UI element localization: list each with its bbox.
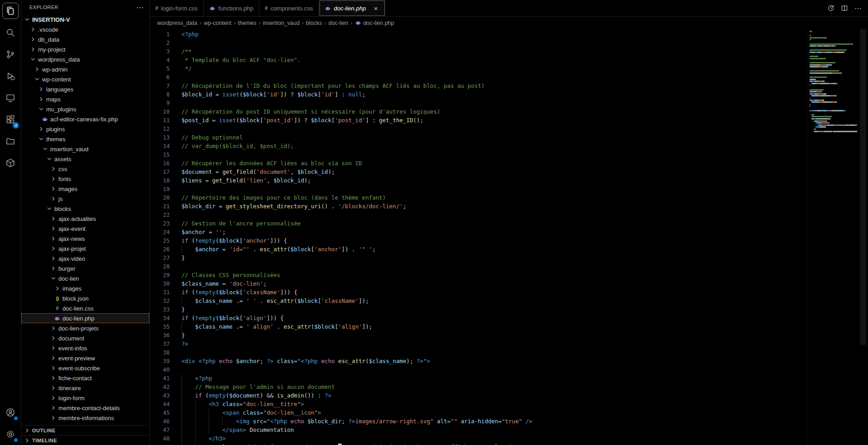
code-line[interactable]: $block_id = isset($block['id']) ? $block…	[181, 90, 868, 99]
chevron-down-icon[interactable]	[45, 205, 53, 212]
code-lines[interactable]: <?php/** * Template du bloc ACF "doc-lie…	[181, 29, 868, 445]
line-number[interactable]: 40	[150, 365, 170, 374]
chevron-right-icon[interactable]	[37, 86, 45, 93]
breadcrumb-item-insertion_vaud[interactable]: insertion_vaud	[263, 20, 300, 26]
chevron-right-icon[interactable]	[49, 404, 57, 412]
breadcrumb-item-doc-lien.php[interactable]: doc-lien.php	[355, 19, 394, 26]
activity-item-remote-explorer[interactable]	[0, 87, 21, 109]
chevron-right-icon[interactable]	[29, 26, 37, 33]
chevron-down-icon[interactable]	[23, 16, 31, 23]
tree-item-js[interactable]: js	[21, 194, 149, 204]
chevron-down-icon[interactable]	[37, 105, 45, 113]
line-number[interactable]: 42	[150, 383, 170, 391]
chevron-right-icon[interactable]	[49, 394, 57, 402]
tree-item-my-project[interactable]: my-project	[21, 44, 149, 54]
line-number[interactable]: 38	[150, 348, 170, 357]
line-number[interactable]: 9	[150, 99, 170, 107]
tree-item-event-infos[interactable]: event-infos	[21, 343, 149, 353]
tree-item-assets[interactable]: assets	[21, 154, 149, 164]
chevron-right-icon[interactable]	[49, 335, 57, 342]
tree-item-block.json[interactable]: {}block.json	[21, 293, 149, 303]
line-number[interactable]: 45	[150, 408, 170, 417]
line-number[interactable]: 20	[150, 193, 170, 202]
tree-item-blocks[interactable]: blocks	[21, 204, 149, 214]
line-number[interactable]: 36	[150, 331, 170, 340]
chevron-right-icon[interactable]	[29, 36, 37, 43]
line-number[interactable]: 4	[150, 56, 170, 64]
tree-item-document[interactable]: document	[21, 333, 149, 343]
chevron-right-icon[interactable]	[23, 427, 31, 434]
code-line[interactable]: <?php	[181, 374, 868, 383]
tree-item-ajax-projet[interactable]: ajax-projet	[21, 244, 149, 254]
code-line[interactable]	[181, 365, 868, 374]
line-number[interactable]: 37	[150, 340, 170, 348]
activity-item-source-control[interactable]	[0, 43, 21, 65]
code-line[interactable]: <img src="<?php echo $block_dir; ?>image…	[181, 417, 868, 426]
code-line[interactable]	[181, 99, 868, 107]
chevron-right-icon[interactable]	[37, 96, 45, 103]
tree-root[interactable]: INSERTION-V	[21, 14, 149, 24]
code-line[interactable]	[181, 185, 868, 193]
code-line[interactable]: $liens = get_field('lien', $block_id);	[181, 176, 868, 185]
line-number[interactable]: 17	[150, 167, 170, 176]
editor[interactable]: 1234567891011121314151617181920212223242…	[150, 29, 868, 445]
line-number[interactable]: 2	[150, 38, 170, 47]
tree-item-doc-lien.php[interactable]: doc-lien.php	[21, 313, 149, 323]
code-line[interactable]: // Récupération de l'ID du bloc (importa…	[181, 81, 868, 90]
code-line[interactable]: }	[181, 305, 868, 314]
chevron-right-icon[interactable]	[37, 125, 45, 133]
line-number[interactable]: 48	[150, 434, 170, 443]
code-line[interactable]: <div <?php echo $anchor; ?> class="<?php…	[181, 357, 868, 365]
tree-item-ajax-event[interactable]: ajax-event	[21, 224, 149, 234]
tree-item-doc-lien-projets[interactable]: doc-lien-projets	[21, 323, 149, 333]
line-number[interactable]: 6	[150, 73, 170, 81]
breadcrumb-item-wp-content[interactable]: wp-content	[204, 20, 231, 26]
more-actions-icon[interactable]: ⋯	[852, 2, 864, 14]
code-line[interactable]	[181, 262, 868, 271]
code-line[interactable]: }	[181, 331, 868, 340]
chevron-down-icon[interactable]	[49, 275, 57, 282]
code-line[interactable]: * Template du bloc ACF "doc-lien".	[181, 56, 868, 64]
code-line[interactable]: $anchor = 'id="' . esc_attr($block['anch…	[181, 245, 868, 254]
line-number[interactable]: 14	[150, 142, 170, 150]
code-line[interactable]: $block_dir = get_stylesheet_directory_ur…	[181, 202, 868, 211]
chevron-down-icon[interactable]	[41, 145, 49, 153]
tree-item-images[interactable]: images	[21, 283, 149, 293]
line-number[interactable]: 1	[150, 30, 170, 38]
activity-item-settings[interactable]	[0, 423, 21, 445]
chevron-right-icon[interactable]	[49, 225, 57, 232]
line-number[interactable]: 22	[150, 211, 170, 219]
section-outline[interactable]: OUTLINE	[21, 425, 149, 435]
code-line[interactable]: $class_name = 'doc-lien';	[181, 279, 868, 288]
line-number[interactable]: 43	[150, 391, 170, 400]
tree-item-plugins[interactable]: plugins	[21, 124, 149, 134]
chevron-right-icon[interactable]	[49, 235, 57, 242]
line-number[interactable]: 13	[150, 133, 170, 142]
code-line[interactable]	[181, 211, 868, 219]
code-line[interactable]	[181, 124, 868, 133]
chevron-down-icon[interactable]	[29, 56, 37, 63]
code-line[interactable]: // Message pour l'admin si aucun documen…	[181, 383, 868, 391]
code-line[interactable]: // Classes CSS personnalisées	[181, 271, 868, 279]
chevron-right-icon[interactable]	[49, 364, 57, 372]
code-line[interactable]: <span class="doc-lien__icon">	[181, 408, 868, 417]
line-number[interactable]: 39	[150, 357, 170, 365]
tree-item-mu_plugins[interactable]: mu_plugins	[21, 104, 149, 114]
activity-item-folder-explorer[interactable]	[0, 130, 21, 152]
history-icon[interactable]	[825, 2, 837, 14]
split-editor-icon[interactable]	[838, 2, 851, 14]
code-line[interactable]: $anchor = '';	[181, 228, 868, 236]
chevron-right-icon[interactable]	[49, 374, 57, 382]
chevron-right-icon[interactable]	[49, 165, 57, 172]
chevron-right-icon[interactable]	[49, 245, 57, 252]
code-line[interactable]: $document = get_field('document', $block…	[181, 167, 868, 176]
line-number[interactable]: 24	[150, 228, 170, 236]
code-line[interactable]: $class_name .= ' align' . esc_attr($bloc…	[181, 322, 868, 331]
tab-login-form.css[interactable]: #login-form.css	[150, 0, 204, 16]
line-number[interactable]: 46	[150, 417, 170, 426]
code-line[interactable]: */	[181, 64, 868, 73]
chevron-right-icon[interactable]	[49, 325, 57, 332]
line-number[interactable]: 49	[150, 443, 170, 445]
chevron-down-icon[interactable]	[37, 135, 45, 143]
tab-functions.php[interactable]: functions.php	[204, 0, 259, 16]
